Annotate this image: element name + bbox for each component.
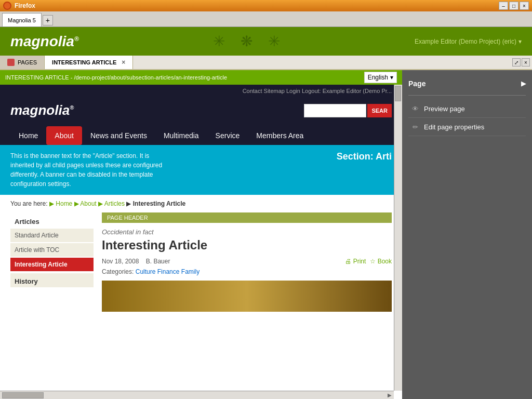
print-action[interactable]: 🖨 Print xyxy=(345,258,366,265)
site-topbar-links: Contact Sitemap Login Logout: Example Ed… xyxy=(243,88,392,94)
sidebar-item-standard-article[interactable]: Standard Article xyxy=(10,229,94,242)
site-search[interactable]: SEAR xyxy=(304,104,392,117)
category-culture[interactable]: Culture xyxy=(136,268,156,275)
minimize-button[interactable]: – xyxy=(499,2,508,10)
sidebar-history-title: History xyxy=(10,273,94,287)
nav-home[interactable]: Home xyxy=(10,126,46,145)
firefox-logo-icon xyxy=(3,2,11,10)
edit-icon: ✏ xyxy=(410,122,420,131)
site-topbar: Contact Sitemap Login Logout: Example Ed… xyxy=(0,85,402,97)
tab-label: Magnolia 5 xyxy=(8,17,36,23)
bookmark-action[interactable]: ☆ Book xyxy=(370,258,392,265)
category-finance[interactable]: Finance xyxy=(157,268,180,275)
header-icons: ✳ ❋ ✳ xyxy=(213,33,280,50)
main-area: INTERESTING ARTICLE - /demo-project/abou… xyxy=(0,70,532,399)
panel-preview-page[interactable]: 👁 Preview page xyxy=(408,100,526,118)
vertical-scrollbar[interactable] xyxy=(394,85,402,391)
categories-label: Categories: xyxy=(102,268,134,275)
tab-bar: Magnolia 5 + xyxy=(0,11,532,27)
magnolia-logo: magnolia® xyxy=(10,33,79,50)
tab-pages-label: PAGES xyxy=(18,59,37,65)
site-logo: magnolia® xyxy=(10,102,74,118)
panel-arrow-icon: ▶ xyxy=(521,80,526,87)
maximize-button[interactable]: □ xyxy=(509,2,518,10)
horizontal-scrollbar[interactable]: ▶ xyxy=(0,391,394,399)
language-select[interactable]: English ▾ xyxy=(364,72,397,83)
site-banner: This is the banner text for the "Article… xyxy=(0,145,402,195)
header-user-chevron: ▾ xyxy=(518,38,522,45)
article-title: Interesting Article xyxy=(102,238,392,252)
panel-preview-label: Preview page xyxy=(424,105,465,113)
browser-title-left: Firefox xyxy=(3,2,35,10)
panel-section-title[interactable]: Page ▶ xyxy=(408,76,526,91)
banner-text: This is the banner text for the "Article… xyxy=(10,151,166,189)
browser-titlebar: Firefox – □ × xyxy=(0,0,532,11)
sidebar-item-interesting-article[interactable]: Interesting Article xyxy=(10,258,94,271)
scrollbar-h-thumb[interactable] xyxy=(2,392,44,398)
article-actions[interactable]: 🖨 Print ☆ Book xyxy=(345,258,392,265)
tab-article-label: INTERESTING ARTICLE xyxy=(52,59,116,65)
sidebar-item-article-toc[interactable]: Article with TOC xyxy=(10,243,94,257)
new-tab-button[interactable]: + xyxy=(43,15,53,25)
breadcrumb-current: ▶ Interesting Article xyxy=(126,200,185,207)
article-date-author: Nov 18, 2008 B. Bauer xyxy=(102,258,170,265)
header-icon-3: ✳ xyxy=(268,33,280,50)
breadcrumb-articles[interactable]: ▶ Articles xyxy=(98,200,125,207)
page-info-bar: INTERESTING ARTICLE - /demo-project/abou… xyxy=(0,70,402,85)
panel-divider xyxy=(408,95,526,96)
header-icon-1: ✳ xyxy=(213,33,225,50)
close-button[interactable]: × xyxy=(520,2,529,10)
site-search-button[interactable]: SEAR xyxy=(367,104,392,117)
window-controls[interactable]: ⤢ × xyxy=(512,58,532,66)
page-path: INTERESTING ARTICLE - /demo-project/abou… xyxy=(5,74,227,81)
browser-title: Firefox xyxy=(15,2,35,9)
nav-service[interactable]: Service xyxy=(207,126,248,145)
site-navigation: Home About News and Events Multimedia Se… xyxy=(0,126,402,145)
tab-pages[interactable]: PAGES xyxy=(0,56,45,69)
nav-members-area[interactable]: Members Area xyxy=(248,126,312,145)
preview-icon: 👁 xyxy=(410,104,420,113)
language-dropdown-icon: ▾ xyxy=(390,74,393,81)
header-icon-2: ❋ xyxy=(241,33,252,50)
nav-about[interactable]: About xyxy=(46,126,82,145)
website-content: Contact Sitemap Login Logout: Example Ed… xyxy=(0,85,402,312)
tab-interesting-article[interactable]: INTERESTING ARTICLE × xyxy=(45,56,133,69)
article-area: PAGE HEADER Occidental in fact Interesti… xyxy=(102,212,392,312)
breadcrumb-about[interactable]: ▶ About xyxy=(74,200,97,207)
sidebar-articles-title: Articles xyxy=(10,212,94,229)
tab-close-button[interactable]: × xyxy=(122,59,125,66)
panel-edit-label: Edit page properties xyxy=(424,123,484,131)
sidebar: Articles Standard Article Article with T… xyxy=(10,212,94,312)
article-meta: Nov 18, 2008 B. Bauer 🖨 Print ☆ Book xyxy=(102,258,392,265)
page-header-label: PAGE HEADER xyxy=(107,215,148,221)
page-header-bar: PAGE HEADER xyxy=(102,212,392,223)
expand-button[interactable]: ⤢ xyxy=(512,58,521,66)
article-author: B. Bauer xyxy=(146,258,170,265)
header-user-text: Example Editor (Demo Project) (eric) xyxy=(415,38,516,45)
language-value: English xyxy=(368,74,388,81)
browser-tab[interactable]: Magnolia 5 xyxy=(2,13,42,26)
article-date: Nov 18, 2008 xyxy=(102,258,139,265)
panel-title-text: Page xyxy=(408,79,425,88)
article-subtitle: Occidental in fact xyxy=(102,228,392,236)
app-tab-bar: PAGES INTERESTING ARTICLE × ⤢ × xyxy=(0,56,532,70)
scroll-right-btn[interactable]: ▶ xyxy=(388,392,392,398)
site-header: magnolia® SEAR xyxy=(0,97,402,126)
pages-icon xyxy=(7,59,15,66)
panel-edit-properties[interactable]: ✏ Edit page properties xyxy=(408,118,526,136)
right-panel: Page ▶ 👁 Preview page ✏ Edit page proper… xyxy=(402,70,532,399)
article-categories: Categories: Culture Finance Family xyxy=(102,268,392,275)
site-search-input[interactable] xyxy=(304,104,366,117)
breadcrumb: You are here: ▶ Home ▶ About ▶ Articles … xyxy=(0,195,402,212)
browser-controls[interactable]: – □ × xyxy=(499,2,529,10)
category-family[interactable]: Family xyxy=(181,268,200,275)
nav-multimedia[interactable]: Multimedia xyxy=(155,126,207,145)
content-layout: Articles Standard Article Article with T… xyxy=(0,212,402,312)
preview-pane: INTERESTING ARTICLE - /demo-project/abou… xyxy=(0,70,402,399)
scrollbar-thumb[interactable] xyxy=(395,86,401,101)
breadcrumb-prefix: You are here: xyxy=(10,200,49,207)
nav-news-events[interactable]: News and Events xyxy=(82,126,155,145)
breadcrumb-home[interactable]: ▶ Home xyxy=(49,200,72,207)
banner-section: Section: Arti xyxy=(337,151,392,162)
close-pane-button[interactable]: × xyxy=(522,58,530,66)
